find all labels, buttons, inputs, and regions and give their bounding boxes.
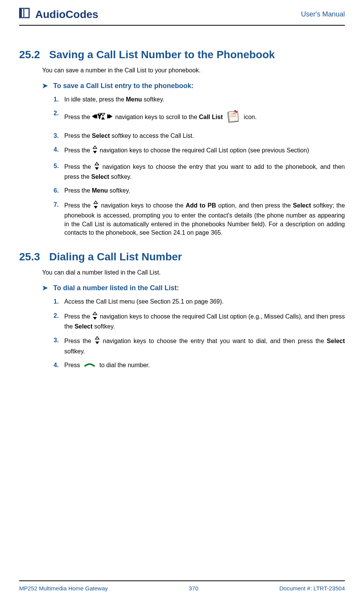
step-text: Press the navigation keys to choose the … (64, 145, 345, 156)
chevron-right-icon: ➤ (42, 82, 48, 90)
list-item: 1. In idle state, press the Menu softkey… (54, 95, 345, 104)
nav-up-down-icon (92, 145, 98, 156)
svg-marker-20 (95, 162, 99, 165)
step-text: Press the Menu softkey. (64, 186, 345, 195)
section-title: Dialing a Call List Number (49, 251, 182, 263)
footer-document-id: Document #: LTRT-23504 (279, 585, 345, 592)
step-number: 4. (54, 361, 64, 369)
svg-marker-19 (93, 151, 97, 154)
svg-marker-12 (109, 114, 113, 119)
list-item: 2. Press the navigation keys to scroll t… (54, 109, 345, 126)
svg-marker-23 (94, 206, 98, 209)
step-text: Press the navigation keys to choose the … (64, 162, 345, 181)
svg-marker-9 (93, 114, 97, 119)
step-number: 3. (54, 132, 64, 140)
section-number: 25.2 (19, 49, 40, 61)
step-text: Press the navigation keys to choose the … (64, 201, 345, 237)
section-intro: You can dial a number listed in the Call… (42, 269, 345, 276)
svg-marker-22 (94, 201, 98, 204)
section-heading-25-3: 25.3 Dialing a Call List Number (19, 251, 345, 263)
svg-marker-10 (101, 113, 105, 116)
list-item: 7. Press the navigation keys to choose t… (54, 201, 345, 237)
svg-rect-2 (21, 8, 24, 18)
step-text: In idle state, press the Menu softkey. (64, 95, 345, 104)
call-list-notebook-icon (226, 109, 240, 126)
step-text: Press to dial the number. (64, 361, 345, 370)
step-number: 6. (54, 186, 64, 195)
step-text: Press the navigation keys to choose the … (64, 336, 345, 356)
step-number: 3. (54, 336, 64, 345)
procedure-heading: ➤ To dial a number listed in the Call Li… (42, 284, 345, 292)
footer-page-number: 370 (189, 585, 198, 592)
content: 25.2 Saving a Call List Number to the Ph… (19, 26, 345, 370)
chevron-right-icon: ➤ (42, 284, 48, 292)
svg-marker-26 (95, 337, 99, 339)
nav-left-down-right-icon (92, 113, 113, 123)
procedure-heading: ➤ To save a Call List entry to the phone… (42, 82, 345, 90)
page-footer: MP252 Multimedia Home Gateway 370 Docume… (19, 580, 345, 592)
svg-marker-18 (93, 146, 97, 149)
step-list: 1. Access the Call List menu (see Sectio… (54, 297, 345, 370)
section-intro: You can save a number in the Call List t… (42, 67, 345, 74)
step-number: 1. (54, 297, 64, 306)
section-title: Saving a Call List Number to the Phonebo… (49, 49, 275, 61)
svg-marker-25 (93, 317, 97, 320)
step-number: 1. (54, 95, 64, 104)
list-item: 3. Press the navigation keys to choose t… (54, 336, 345, 356)
step-text: Press the navigation keys to choose the … (64, 312, 345, 331)
step-number: 2. (54, 312, 64, 320)
dial-handset-icon (83, 361, 96, 370)
list-item: 1. Access the Call List menu (see Sectio… (54, 297, 345, 306)
svg-marker-11 (101, 117, 105, 119)
list-item: 4. Press the navigation keys to choose t… (54, 145, 345, 156)
step-number: 4. (54, 145, 64, 154)
section-heading-25-2: 25.2 Saving a Call List Number to the Ph… (19, 49, 345, 61)
svg-marker-27 (95, 342, 99, 344)
step-number: 5. (54, 162, 64, 170)
svg-marker-21 (95, 167, 99, 170)
section-number: 25.3 (19, 251, 40, 263)
list-item: 5. Press the navigation keys to choose t… (54, 162, 345, 181)
nav-up-down-icon (94, 162, 100, 173)
step-text: Press the Select softkey to access the C… (64, 132, 345, 140)
step-text: Access the Call List menu (see Section 2… (64, 297, 345, 306)
step-text: Press the navigation keys to scroll to t… (64, 109, 345, 126)
procedure-title: To dial a number listed in the Call List… (53, 284, 179, 292)
step-number: 7. (54, 201, 64, 209)
nav-up-down-icon (92, 312, 98, 322)
logo: AudioCodes (19, 8, 98, 21)
header-manual-label: User's Manual (301, 10, 345, 18)
list-item: 6. Press the Menu softkey. (54, 186, 345, 195)
footer-left: MP252 Multimedia Home Gateway (19, 585, 108, 592)
logo-icon (19, 8, 34, 21)
section-25-3: 25.3 Dialing a Call List Number You can … (19, 251, 345, 370)
list-item: 3. Press the Select softkey to access th… (54, 132, 345, 140)
logo-text: AudioCodes (35, 8, 98, 21)
nav-up-down-icon (94, 336, 100, 347)
procedure-title: To save a Call List entry to the phonebo… (53, 82, 194, 90)
list-item: 4. Press to dial the number. (54, 361, 345, 370)
page-header: AudioCodes User's Manual (19, 0, 345, 26)
svg-marker-24 (93, 312, 97, 315)
step-list: 1. In idle state, press the Menu softkey… (54, 95, 345, 237)
section-25-2: 25.2 Saving a Call List Number to the Ph… (19, 49, 345, 237)
nav-up-down-icon (93, 201, 99, 211)
step-number: 2. (54, 109, 64, 118)
list-item: 2. Press the navigation keys to choose t… (54, 312, 345, 331)
